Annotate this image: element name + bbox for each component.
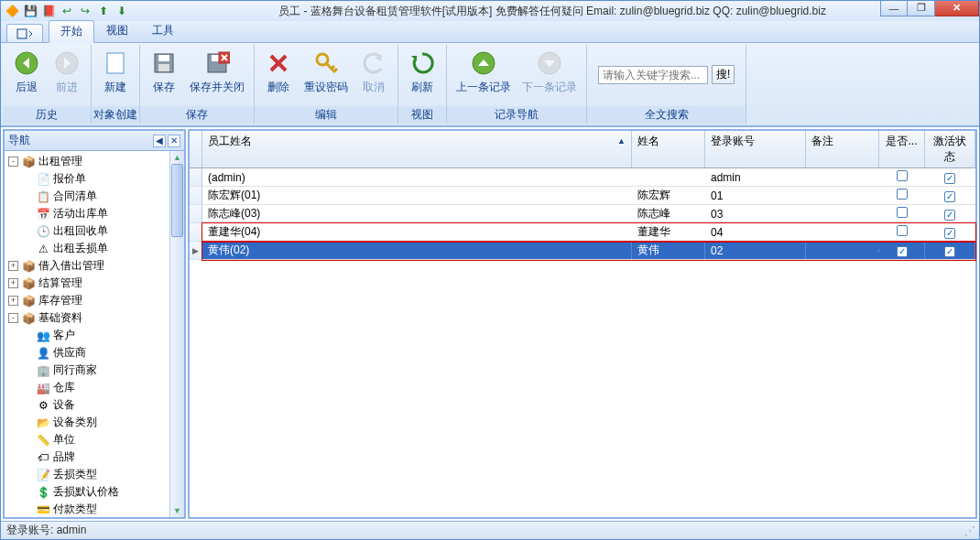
app-menu-button[interactable] [6,24,43,42]
col-note[interactable]: 备注 [806,131,879,167]
save-button[interactable]: 保存 [144,47,184,97]
checkbox[interactable] [897,189,908,200]
cell-note [806,249,879,253]
nav-title: 导航 [8,133,151,148]
checkbox[interactable]: ✓ [897,246,908,257]
table-row[interactable]: (admin)admin✓ [202,168,975,187]
node-icon: 📦 [21,311,36,326]
next-record-button[interactable]: 下一条记录 [517,47,583,97]
tree-node[interactable]: -📦基础资料 [6,309,182,327]
search-input[interactable] [598,66,708,84]
redo-icon[interactable]: ↪ [78,4,93,18]
table-row[interactable]: 黄伟(02)黄伟02✓✓ [202,242,975,260]
save-icon[interactable]: 💾 [23,4,38,18]
tree-node[interactable]: +📦借入借出管理 [6,257,182,275]
tree-node[interactable]: 🏷品牌 [6,448,182,466]
cell-name: 黄伟(02) [202,241,632,260]
tree-node[interactable]: ⚠出租丢损单 [6,240,182,257]
nav-close-button[interactable]: ✕ [168,135,180,147]
next-qat-icon[interactable]: ⬇ [114,4,129,18]
cell-name: (admin) [202,169,632,186]
tree-node[interactable]: 💲丢损默认价格 [6,483,182,501]
maximize-button[interactable]: ❐ [908,0,935,16]
node-icon: 🏭 [36,381,50,395]
grid-panel: 员工姓名▲ 姓名 登录账号 备注 是否... 激活状态 ▶ (admin)adm… [188,129,977,519]
expand-icon[interactable]: + [8,278,18,288]
checkbox[interactable]: ✓ [944,228,955,239]
row-indicator[interactable] [190,187,202,205]
tree-node[interactable]: 🏢同行商家 [6,362,182,379]
new-button[interactable]: 新建 [95,47,136,97]
scroll-down-icon[interactable]: ▼ [170,504,184,517]
tree-node[interactable]: 🏭仓库 [6,379,182,396]
checkbox[interactable] [897,170,908,181]
checkbox[interactable]: ✓ [944,173,955,184]
minimize-button[interactable]: — [880,0,908,16]
group-search: 搜! 全文搜索 [587,45,746,124]
tree-node[interactable]: +📦库存管理 [6,292,182,309]
table-row[interactable]: 陈宏辉(01)陈宏辉01✓ [202,187,975,205]
scroll-up-icon[interactable]: ▲ [170,151,184,164]
checkbox[interactable] [897,225,908,236]
tree-node[interactable]: 💳付款类型 [6,501,182,517]
col-name[interactable]: 员工姓名▲ [202,131,632,167]
prev-record-button[interactable]: 上一条记录 [451,47,517,97]
checkbox[interactable]: ✓ [944,210,955,221]
refresh-button[interactable]: 刷新 [402,47,442,97]
checkbox[interactable]: ✓ [944,246,955,257]
tree-node[interactable]: 📝丢损类型 [6,466,182,483]
back-button[interactable]: 后退 [6,47,47,97]
expand-icon [23,348,33,358]
col-xing[interactable]: 姓名 [632,131,705,167]
row-indicator[interactable] [190,205,202,223]
save-close-button[interactable]: 保存并关闭 [184,47,250,97]
tree-node[interactable]: +📦结算管理 [6,275,182,292]
expand-icon[interactable]: + [8,296,18,306]
tree-node[interactable]: 👤供应商 [6,344,182,362]
table-row[interactable]: 董建华(04)董建华04✓ [202,223,975,242]
undo-icon[interactable]: ↩ [60,4,74,18]
reset-password-button[interactable]: 重设密码 [299,47,354,97]
tree-node[interactable]: 🕒出租回收单 [6,222,182,240]
col-isx[interactable]: 是否... [879,131,925,167]
nav-pin-button[interactable]: ◀ [153,135,166,147]
row-indicator[interactable] [190,223,202,242]
group-view: 刷新 视图 [398,45,447,124]
tree-node[interactable]: 📄报价单 [6,170,182,188]
cell-note [806,194,879,198]
search-button[interactable]: 搜! [712,65,735,84]
row-selector-header[interactable] [190,131,202,167]
tree-node[interactable]: -📦出租管理 [6,153,182,170]
tree-node[interactable]: 📋合同清单 [6,188,182,205]
tree-node[interactable]: ⚙设备 [6,396,182,414]
close-button[interactable]: ✕ [935,0,979,16]
saveclose-icon[interactable]: 📕 [41,4,56,18]
expand-icon[interactable]: - [8,157,18,167]
tab-view[interactable]: 视图 [94,19,140,42]
tree-node[interactable]: 👥客户 [6,327,182,344]
delete-button[interactable]: 删除 [258,47,299,97]
checkbox[interactable]: ✓ [944,191,955,202]
tree-node[interactable]: 📂设备类别 [6,414,182,431]
row-indicator[interactable]: ▶ [190,242,202,260]
tree-node[interactable]: 📅活动出库单 [6,205,182,222]
table-row[interactable]: 陈志峰(03)陈志峰03✓ [202,205,975,223]
resize-grip-icon[interactable]: ⋰ [964,524,974,537]
tree-scrollbar[interactable]: ▲ ▼ [169,151,184,517]
col-active[interactable]: 激活状态 [925,131,975,167]
nav-tree[interactable]: -📦出租管理📄报价单📋合同清单📅活动出库单🕒出租回收单⚠出租丢损单+📦借入借出管… [5,151,184,517]
group-edit: 删除 重设密码 取消 编辑 [255,45,398,124]
forward-button[interactable]: 前进 [47,47,87,97]
scroll-thumb[interactable] [171,164,183,237]
cell-active: ✓ [925,224,975,241]
tab-tool[interactable]: 工具 [140,19,186,42]
row-indicator[interactable] [190,168,202,187]
col-login[interactable]: 登录账号 [705,131,806,167]
expand-icon[interactable]: + [8,261,18,271]
expand-icon[interactable]: - [8,313,18,323]
prev-qat-icon[interactable]: ⬆ [96,4,111,18]
checkbox[interactable] [897,207,908,218]
cancel-button[interactable]: 取消 [354,47,394,97]
tree-node[interactable]: 📏单位 [6,431,182,448]
tab-start[interactable]: 开始 [49,20,94,43]
